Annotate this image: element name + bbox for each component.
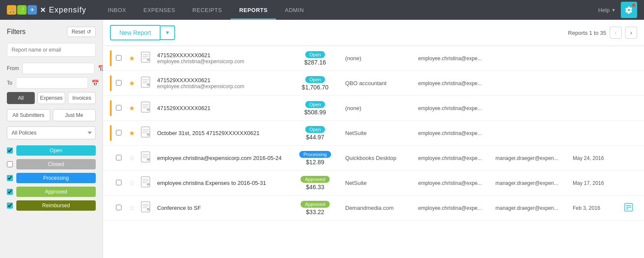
table-row: ☆ $ employee.christina Expenses to 2016-…	[103, 171, 644, 196]
reset-button[interactable]: Reset ↺	[67, 27, 96, 37]
to-date-input[interactable]	[16, 77, 88, 89]
row-info: 471529XXXXXX0621	[157, 105, 285, 111]
table-row: ☆ $ employee.christina@expensicorp.com 2…	[103, 146, 644, 171]
report-policy: (none)	[345, 105, 414, 111]
table-row: ★ $ October 31st, 2015 471529XXXXXX0621 …	[103, 121, 644, 146]
sidebar: Filters Reset ↺ From 📅 To 📅 All Expenses…	[0, 20, 103, 258]
calendar-icon-to[interactable]: 📅	[91, 80, 99, 86]
open-checkbox[interactable]	[7, 147, 13, 154]
star-icon[interactable]: ★	[129, 104, 137, 112]
reimbursed-checkbox[interactable]	[7, 203, 13, 209]
report-amount: $508.99	[289, 109, 341, 116]
report-email: employee.christina@expensicorp.com	[157, 83, 285, 89]
policies-select[interactable]: All Policies	[7, 126, 96, 139]
star-icon[interactable]: ★	[129, 79, 137, 87]
star-icon[interactable]: ★	[129, 54, 137, 62]
row-checkbox-area[interactable]	[116, 105, 125, 112]
svg-text:$: $	[148, 84, 149, 86]
filters-title: Filters	[7, 28, 26, 36]
star-icon[interactable]: ★	[129, 129, 137, 137]
export-icon[interactable]	[624, 203, 637, 213]
logo-text: Expensify	[49, 6, 86, 15]
table-row: ★ $ 471529XXXXXX0621 employee.christina@…	[103, 71, 644, 96]
svg-text:$: $	[148, 209, 149, 211]
closed-status-label[interactable]: Closed	[16, 159, 96, 169]
nav-receipts[interactable]: RECEIPTS	[184, 0, 231, 20]
approved-checkbox[interactable]	[7, 189, 13, 195]
nav-admin[interactable]: ADMIN	[276, 0, 312, 20]
type-invoices-button[interactable]: Invoices	[68, 92, 96, 104]
pagination-info: Reports 1 to 35 ‹ ›	[568, 27, 637, 39]
open-status-label[interactable]: Open	[16, 145, 96, 156]
report-policy: Quickbooks Desktop	[345, 155, 414, 161]
status-badge: Approved	[301, 176, 329, 183]
help-link[interactable]: Help ▼	[598, 7, 616, 13]
svg-text:$: $	[148, 184, 149, 186]
row-checkbox[interactable]	[116, 55, 122, 61]
row-checkbox[interactable]	[116, 130, 122, 135]
type-toggle-row: All Expenses Invoices	[7, 92, 96, 104]
row-checkbox[interactable]	[116, 205, 122, 210]
processing-checkbox[interactable]	[7, 175, 13, 181]
row-info: employee.christina Expenses to 2016-05-3…	[157, 180, 285, 186]
star-icon[interactable]: ☆	[129, 179, 137, 187]
status-badge: Open	[305, 126, 325, 133]
row-checkbox[interactable]	[116, 155, 122, 160]
processing-status-label[interactable]: Processing	[16, 173, 96, 183]
report-email: employee.christina@expensicorp.com	[157, 58, 285, 64]
row-checkbox-area[interactable]	[116, 180, 125, 187]
row-checkbox-area[interactable]	[116, 55, 125, 62]
filter-closed: Closed	[7, 159, 96, 169]
type-expenses-button[interactable]: Expenses	[37, 92, 65, 104]
nav-inbox[interactable]: INBOX	[99, 0, 135, 20]
report-date: Feb 3, 2016	[573, 205, 620, 211]
from-date-input[interactable]	[22, 63, 94, 74]
report-icon: $	[141, 52, 153, 65]
report-id: employee.christina Expenses to 2016-05-3…	[157, 180, 285, 186]
next-page-button[interactable]: ›	[625, 27, 637, 39]
report-icon: $	[141, 126, 153, 140]
prev-page-button[interactable]: ‹	[610, 27, 622, 39]
report-icon: $	[141, 101, 153, 115]
row-checkbox-area[interactable]	[116, 130, 125, 137]
row-info: 471529XXXXXX0621 employee.christina@expe…	[157, 77, 285, 89]
reimbursed-status-label[interactable]: Reimbursed	[16, 200, 96, 211]
row-status-amount: Open $44.97	[289, 126, 341, 141]
report-policy: Demandmedia.com	[345, 205, 414, 211]
nav-reports[interactable]: REPORTS	[231, 0, 276, 20]
x-mark-icon: ✕	[38, 5, 47, 15]
report-icon: $	[141, 176, 153, 190]
calendar-icon-from[interactable]: 📅	[98, 65, 103, 72]
top-navigation: 🚕 🍴 ✈ ✕ Expensify INBOX EXPENSES RECEIPT…	[0, 0, 644, 20]
row-checkbox[interactable]	[116, 180, 122, 185]
type-all-button[interactable]: All	[7, 92, 35, 104]
row-accent	[110, 75, 112, 91]
approved-status-label[interactable]: Approved	[16, 187, 96, 197]
row-checkbox-area[interactable]	[116, 155, 125, 162]
row-checkbox-area[interactable]	[116, 205, 125, 212]
new-report-dropdown-button[interactable]: ▼	[160, 25, 175, 40]
all-submitters-button[interactable]: All Submitters	[7, 109, 50, 121]
search-input[interactable]	[7, 43, 96, 57]
row-info: 471529XXXXXX0621 employee.christina@expe…	[157, 52, 285, 64]
status-badge: Approved	[301, 201, 329, 208]
chevron-down-icon: ▼	[611, 8, 616, 12]
report-manager: manager.draeger@expen...	[495, 155, 568, 161]
just-me-button[interactable]: Just Me	[53, 109, 96, 121]
row-checkbox-area[interactable]	[116, 80, 125, 87]
new-report-button[interactable]: New Report	[110, 25, 160, 40]
settings-button[interactable]	[621, 2, 637, 18]
nav-expenses[interactable]: EXPENSES	[135, 0, 184, 20]
row-checkbox[interactable]	[116, 80, 122, 86]
report-id: employee.christina@expensicorp.com 2016-…	[157, 155, 285, 161]
table-row: ☆ $ Conference to SF Approved $33.22	[103, 196, 644, 221]
row-info: October 31st, 2015 471529XXXXXX0621	[157, 130, 285, 136]
submitter-row: All Submitters Just Me	[7, 109, 96, 121]
row-checkbox[interactable]	[116, 105, 122, 111]
row-status-amount: Open $1,706.70	[289, 76, 341, 91]
star-icon[interactable]: ☆	[129, 204, 137, 212]
main-layout: Filters Reset ↺ From 📅 To 📅 All Expenses…	[0, 20, 644, 258]
report-id: 471529XXXXXX0621	[157, 52, 285, 58]
closed-checkbox[interactable]	[7, 161, 13, 167]
star-icon[interactable]: ☆	[129, 154, 137, 162]
